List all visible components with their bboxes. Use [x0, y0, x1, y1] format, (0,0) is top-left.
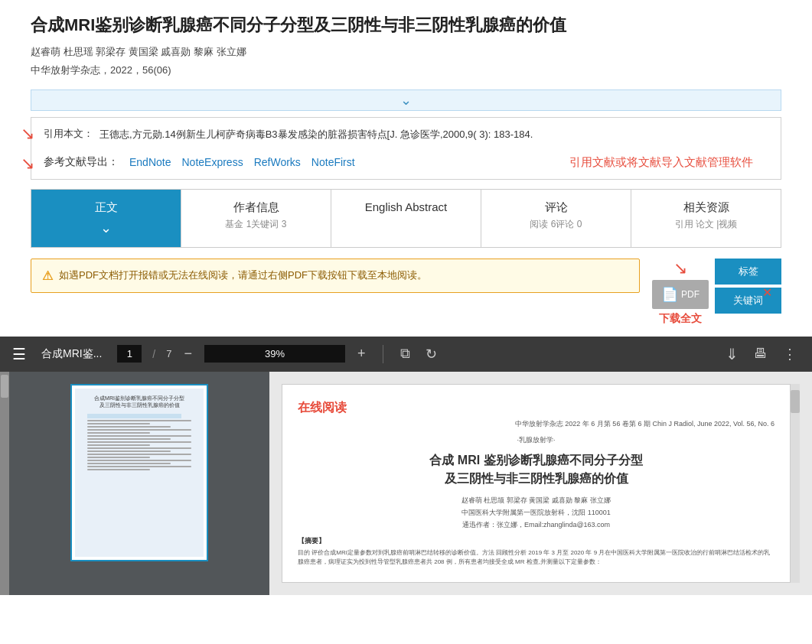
ref-links: EndNote NoteExpress RefWorks NoteFirst [129, 156, 355, 168]
pdf-viewer: 合成MRI鉴别诊断乳腺癌不同分子分型及三阴性与非三阴性乳腺癌的价值 [0, 372, 812, 595]
pdf-scroll-thumb-top[interactable] [1, 375, 8, 398]
thumb-line-6 [87, 435, 192, 437]
toolbar-zoom-in-button[interactable]: + [354, 343, 369, 365]
pdf-icon: 📄 [661, 286, 678, 303]
tab-resources-title: 相关资源 [639, 200, 773, 215]
warning-close-button[interactable]: ✕ [762, 285, 772, 299]
thumb-line-11 [87, 450, 171, 452]
toolbar-rotate-button[interactable]: ↻ [422, 343, 440, 366]
toolbar-zoom-input[interactable] [204, 345, 345, 363]
pdf-left-panel: 合成MRI鉴别诊断乳腺癌不同分子分型及三阴性与非三阴性乳腺癌的价值 [9, 372, 269, 595]
toolbar-title: 合成MRI鉴... [41, 347, 102, 361]
pdf-scroll-thumb-right[interactable] [791, 390, 800, 413]
toolbar-menu-icon[interactable]: ☰ [12, 345, 26, 363]
citation-row: 引用本文： 王德志,方元勋.14例新生儿柯萨奇病毒B3暴发感染的脏器损害特点[J… [44, 127, 533, 143]
thumb-line-13 [87, 457, 150, 458]
tab-english-title: English Abstract [339, 200, 473, 213]
toolbar-sep: / [152, 348, 155, 360]
warning-box: ⚠ 如遇PDF文档打开报错或无法在线阅读，请通过右侧PDF下载按钮下载至本地阅读… [31, 259, 640, 293]
page-container: 合成MRI鉴别诊断乳腺癌不同分子分型及三阴性与非三阴性乳腺癌的价值 赵睿萌 杜思… [0, 0, 812, 644]
toolbar-page-input[interactable] [117, 345, 142, 363]
pdf-thumb-img: 合成MRI鉴别诊断乳腺癌不同分子分型及三阴性与非三阴性乳腺癌的价值 [75, 389, 204, 557]
arrow-ref: ↘ [21, 154, 34, 174]
thumb-line-10 [87, 447, 192, 449]
thumb-title-text: 合成MRI鉴别诊断乳腺癌不同分子分型及三阴性与非三阴性乳腺癌的价值 [94, 395, 184, 410]
pdf-abstract-text: 目的 评价合成MRI定量参数对到乳腺癌前哨淋巴结转移的诊断价值。方法 回顾性分析… [298, 548, 774, 567]
ref-note: 引用文献或将文献导入文献管理软件 [569, 155, 753, 170]
pdf-thumbnail: 合成MRI鉴别诊断乳腺癌不同分子分型及三阴性与非三阴性乳腺癌的价值 [70, 384, 208, 561]
tab-english[interactable]: English Abstract [331, 190, 481, 247]
tab-zhengwen-check: ⌄ [39, 220, 173, 236]
warning-left: ⚠ 如遇PDF文档打开报错或无法在线阅读，请通过右侧PDF下载按钮下载至本地阅读… [31, 259, 640, 293]
toolbar-more-button[interactable]: ⋮ [780, 343, 800, 366]
main-title: 合成MRI鉴别诊断乳腺癌不同分子分型及三阴性与非三阴性乳腺癌的价值 [31, 14, 781, 37]
thumb-line-7 [87, 438, 171, 440]
pdf-contact: 通迅作者：张立娜，Email:zhanglinda@163.com [298, 520, 774, 530]
authors: 赵睿萌 杜思瑶 郭梁存 黄国梁 戚喜勋 黎麻 张立娜 [31, 45, 781, 59]
ref-link-noteexpress[interactable]: NoteExpress [181, 156, 243, 168]
pdf-toolbar: ☰ 合成MRI鉴... / 7 − + ⧉ ↻ ⇓ 🖶 ⋮ [0, 337, 812, 372]
tab-author-subtitle: 基金 1关键词 3 [189, 218, 323, 231]
toolbar-print-button[interactable]: 🖶 [751, 343, 771, 365]
pdf-journal-line: 中华放射学杂志 2022 年 6 月第 56 卷第 6 期 Chin J Rad… [298, 419, 774, 429]
thumb-line-16 [87, 466, 192, 467]
toolbar-download-button[interactable]: ⇓ [722, 342, 742, 366]
tag-button[interactable]: 标签 [715, 259, 781, 285]
arrow-download: ↘ [673, 259, 687, 278]
toolbar-divider [383, 345, 383, 363]
warning-and-pdf-section: ⚠ 如遇PDF文档打开报错或无法在线阅读，请通过右侧PDF下载按钮下载至本地阅读… [31, 259, 781, 326]
thumb-line-4 [87, 429, 192, 431]
tab-zhengwen[interactable]: 正文 ⌄ [31, 190, 181, 247]
ref-label: 参考文献导出： [44, 155, 119, 169]
thumb-line-17 [87, 469, 150, 470]
toolbar-fit-page-button[interactable]: ⧉ [397, 343, 413, 365]
citation-label: 引用本文： [44, 127, 93, 141]
pdf-authors-line: 赵睿萌 杜思颉 郭梁存 黄国梁 戚喜勋 黎麻 张立娜 [298, 496, 774, 506]
tab-comment-subtitle: 阅读 6评论 0 [489, 218, 623, 231]
tab-author[interactable]: 作者信息 基金 1关键词 3 [181, 190, 331, 247]
thumb-line-12 [87, 454, 192, 455]
tab-zhengwen-title: 正文 [39, 200, 173, 215]
ref-link-notefirst[interactable]: NoteFirst [311, 156, 355, 168]
chevron-down-icon: ⌄ [400, 92, 412, 109]
download-note: 下载全文 [659, 312, 702, 326]
ref-link-endnote[interactable]: EndNote [129, 156, 171, 168]
pdf-affiliation: 中国医科大学附属第一医院放射科，沈阳 110001 [298, 508, 774, 518]
thumb-highlight-1 [87, 414, 181, 418]
tab-resources[interactable]: 相关资源 引用 论文 |视频 [631, 190, 781, 247]
tab-comment[interactable]: 评论 阅读 6评论 0 [481, 190, 631, 247]
chevron-bar[interactable]: ⌄ [31, 89, 781, 111]
journal-info: 中华放射学杂志，2022，56(06) [31, 63, 781, 77]
pdf-scrollbar-right [791, 384, 800, 583]
tab-resources-subtitle: 引用 论文 |视频 [639, 218, 773, 231]
arrow-citation: ↘ [21, 124, 34, 144]
toolbar-page-total: 7 [166, 348, 171, 359]
tab-comment-title: 评论 [489, 200, 623, 215]
thumb-line-14 [87, 460, 192, 461]
warning-text: 如遇PDF文档打开报错或无法在线阅读，请通过右侧PDF下载按钮下载至本地阅读。 [59, 268, 427, 282]
pdf-main-title: 合成 MRI 鉴别诊断乳腺癌不同分子分型 及三阴性与非三阴性乳腺癌的价值 [298, 451, 774, 488]
ref-link-refworks[interactable]: RefWorks [254, 156, 301, 168]
citation-text: 王德志,方元勋.14例新生儿柯萨奇病毒B3暴发感染的脏器损害特点[J. 急诊医学… [99, 127, 533, 143]
title-section: 合成MRI鉴别诊断乳腺癌不同分子分型及三阴性与非三阴性乳腺癌的价值 赵睿萌 杜思… [0, 0, 812, 83]
toolbar-zoom-out-button[interactable]: − [181, 343, 195, 365]
pdf-abstract-label: 【摘要】 [298, 536, 774, 546]
thumb-line-2 [87, 423, 150, 424]
thumb-line-5 [87, 432, 150, 434]
thumb-line-1 [87, 420, 192, 421]
tab-author-title: 作者信息 [189, 200, 323, 215]
pdf-page: 在线阅读 中华放射学杂志 2022 年 6 月第 56 卷第 6 期 Chin … [282, 384, 791, 583]
warning-icon: ⚠ [42, 268, 53, 283]
pdf-right-panel: 在线阅读 中华放射学杂志 2022 年 6 月第 56 卷第 6 期 Chin … [269, 372, 812, 595]
thumb-line-3 [87, 426, 171, 428]
pdf-reading-title: 在线阅读 [298, 400, 774, 416]
pdf-download-button[interactable]: 📄 PDF [652, 280, 709, 309]
pdf-scrollbar-top [0, 372, 9, 595]
thumb-line-15 [87, 463, 171, 464]
tabs-section: 正文 ⌄ 作者信息 基金 1关键词 3 English Abstract 评论 … [31, 189, 781, 248]
pdf-label: PDF [681, 289, 699, 300]
thumb-lines [87, 412, 192, 472]
pdf-subtitle: ·乳腺放射学· [298, 435, 774, 445]
thumb-line-9 [87, 444, 150, 446]
thumb-line-8 [87, 441, 192, 443]
